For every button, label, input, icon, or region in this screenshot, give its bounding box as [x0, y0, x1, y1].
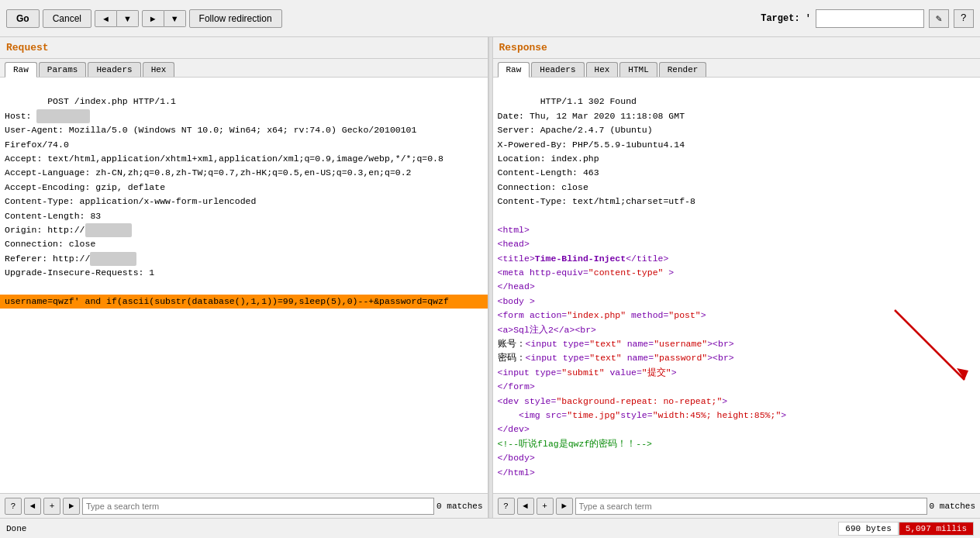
back-nav-group: ◄ ▼ — [95, 10, 139, 27]
request-search-input[interactable] — [82, 498, 434, 515]
tab-request-hex[interactable]: Hex — [143, 62, 175, 77]
request-search-next-plus[interactable]: + — [43, 498, 60, 515]
request-matches: 0 matches — [437, 502, 482, 511]
response-search-input[interactable] — [575, 498, 927, 515]
tab-response-raw[interactable]: Raw — [498, 62, 530, 78]
target-label: Target: ' — [761, 13, 811, 24]
request-title: Request — [6, 42, 49, 53]
forward-button[interactable]: ► — [142, 10, 164, 27]
request-panel-header: Request — [0, 37, 488, 59]
back-dropdown-button[interactable]: ▼ — [117, 10, 139, 27]
main-content: Request Raw Params Headers Hex POST /ind… — [0, 37, 980, 518]
edit-icon-button[interactable]: ✎ — [929, 9, 949, 28]
response-search-next-plus[interactable]: + — [537, 498, 554, 515]
back-button[interactable]: ◄ — [95, 10, 117, 27]
status-right: 690 bytes 5,097 millis — [838, 522, 974, 536]
arrow-overlay — [848, 295, 972, 388]
response-panel-header: Response — [493, 37, 981, 59]
response-panel: Response Raw Headers Hex HTML Render HTT… — [493, 37, 981, 518]
target-input[interactable] — [816, 9, 924, 28]
svg-line-0 — [895, 310, 964, 380]
tab-response-headers[interactable]: Headers — [531, 62, 584, 77]
tab-response-html[interactable]: HTML — [619, 62, 657, 77]
forward-dropdown-button[interactable]: ▼ — [164, 10, 186, 27]
response-search-prev[interactable]: ◄ — [517, 498, 534, 515]
forward-nav-group: ► ▼ — [142, 10, 186, 27]
help-icon-button[interactable]: ? — [954, 9, 974, 28]
follow-redirection-button[interactable]: Follow redirection — [189, 9, 282, 28]
status-bytes: 690 bytes — [838, 522, 898, 536]
origin-blurred — [85, 223, 132, 237]
request-tab-bar: Raw Params Headers Hex — [0, 59, 488, 78]
host-blurred — [36, 109, 90, 123]
response-search-help[interactable]: ? — [498, 498, 515, 515]
svg-marker-1 — [957, 368, 968, 380]
go-button[interactable]: Go — [6, 9, 40, 28]
request-line: POST /index.php HTTP/1.1 Host: User-Agen… — [5, 96, 443, 278]
cancel-button[interactable]: Cancel — [43, 9, 91, 28]
response-matches: 0 matches — [930, 502, 975, 511]
response-search-next[interactable]: ► — [556, 498, 573, 515]
status-done: Done — [6, 524, 26, 533]
response-line-1: HTTP/1.1 302 Found Date: Thu, 12 Mar 202… — [498, 96, 787, 477]
response-tab-bar: Raw Headers Hex HTML Render — [493, 59, 981, 78]
response-title: Response — [499, 42, 547, 53]
response-content[interactable]: HTTP/1.1 302 Found Date: Thu, 12 Mar 202… — [493, 78, 981, 493]
request-search-next[interactable]: ► — [63, 498, 80, 515]
payload-line: username=qwzf' and if(ascii(substr(datab… — [0, 295, 488, 309]
tab-request-params[interactable]: Params — [39, 62, 87, 77]
request-panel: Request Raw Params Headers Hex POST /ind… — [0, 37, 488, 518]
referer-blurred — [90, 252, 136, 266]
status-bar: Done 690 bytes 5,097 millis — [0, 518, 980, 538]
request-search-help[interactable]: ? — [5, 498, 22, 515]
status-millis: 5,097 millis — [899, 522, 974, 536]
request-search-prev[interactable]: ◄ — [24, 498, 41, 515]
toolbar: Go Cancel ◄ ▼ ► ▼ Follow redirection Tar… — [0, 0, 980, 37]
tab-request-raw[interactable]: Raw — [5, 62, 37, 78]
tab-request-headers[interactable]: Headers — [88, 62, 140, 77]
tab-response-render[interactable]: Render — [659, 62, 707, 77]
response-search-bar: ? ◄ + ► 0 matches — [493, 493, 981, 518]
request-search-bar: ? ◄ + ► 0 matches — [0, 493, 488, 518]
target-area: Target: ' ✎ ? — [761, 9, 974, 28]
request-content[interactable]: POST /index.php HTTP/1.1 Host: User-Agen… — [0, 78, 488, 493]
tab-response-hex[interactable]: Hex — [586, 62, 619, 77]
